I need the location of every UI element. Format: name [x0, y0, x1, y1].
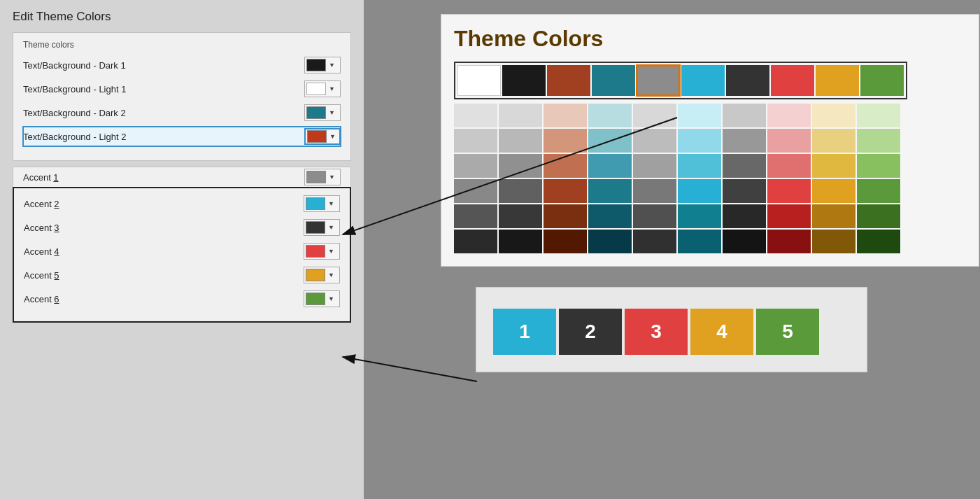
shade-5-4[interactable] [678, 204, 721, 228]
shade-5-1[interactable] [678, 129, 721, 153]
top-color-4[interactable] [637, 65, 680, 96]
accent-row-2: Accent 2 ▼ [24, 194, 340, 213]
shade-2-0[interactable] [544, 104, 587, 127]
shade-8-5[interactable] [812, 230, 855, 253]
shade-4-2[interactable] [633, 154, 676, 178]
top-color-2[interactable] [547, 65, 590, 96]
arrow-accent4: ▼ [327, 248, 336, 255]
shade-6-3[interactable] [723, 179, 766, 203]
shade-8-4[interactable] [812, 204, 855, 228]
shade-6-2[interactable] [723, 154, 766, 178]
top-color-0[interactable] [457, 65, 501, 96]
shade-7-2[interactable] [767, 154, 811, 178]
shade-0-1[interactable] [454, 129, 497, 153]
shade-0-3[interactable] [454, 179, 497, 203]
shade-2-4[interactable] [544, 204, 587, 228]
shade-8-0[interactable] [812, 104, 855, 127]
swatch-light2 [307, 130, 327, 143]
theme-row-dark1: Text/Background - Dark 1 ▼ [23, 55, 341, 75]
shade-3-2[interactable] [588, 154, 632, 178]
accent-row-4: Accent 4 ▼ [24, 241, 340, 261]
shade-6-5[interactable] [723, 230, 766, 253]
shade-2-2[interactable] [544, 154, 587, 178]
color-btn-accent2[interactable]: ▼ [304, 195, 340, 212]
color-btn-accent5[interactable]: ▼ [304, 267, 340, 283]
shade-3-5[interactable] [588, 230, 632, 253]
shade-8-2[interactable] [812, 154, 855, 178]
shade-8-3[interactable] [812, 179, 855, 203]
shade-9-1[interactable] [857, 129, 900, 153]
top-color-1[interactable] [502, 65, 546, 96]
accent-numbers-row: 1 2 3 4 5 [493, 309, 850, 355]
theme-label-light1: Text/Background - Light 1 [23, 84, 304, 94]
shade-5-0[interactable] [678, 104, 721, 127]
shade-0-0[interactable] [454, 104, 497, 127]
shade-6-1[interactable] [723, 129, 766, 153]
shade-1-4[interactable] [499, 204, 542, 228]
shade-5-3[interactable] [678, 179, 721, 203]
shade-2-1[interactable] [544, 129, 587, 153]
accent-num-1[interactable]: 1 [493, 309, 556, 355]
shade-3-3[interactable] [588, 179, 632, 203]
shade-8-1[interactable] [812, 129, 855, 153]
shade-7-3[interactable] [767, 179, 811, 203]
color-btn-accent4[interactable]: ▼ [304, 243, 340, 260]
accent-num-3[interactable]: 3 [625, 309, 688, 355]
color-btn-dark1[interactable]: ▼ [304, 57, 341, 73]
color-btn-dark2[interactable]: ▼ [304, 104, 341, 121]
shade-1-2[interactable] [499, 154, 542, 178]
top-color-5[interactable] [681, 65, 725, 96]
color-btn-accent3[interactable]: ▼ [304, 219, 340, 236]
shade-7-0[interactable] [767, 104, 811, 127]
accent-num-4[interactable]: 4 [690, 309, 753, 355]
top-color-7[interactable] [771, 65, 814, 96]
shade-9-4[interactable] [857, 204, 900, 228]
color-btn-light2[interactable]: ▼ [304, 128, 341, 145]
swatch-accent4 [306, 245, 325, 258]
shade-col-5 [678, 104, 721, 253]
color-btn-accent6[interactable]: ▼ [304, 290, 340, 307]
color-btn-accent1[interactable]: ▼ [304, 169, 341, 185]
theme-section-label: Theme colors [23, 40, 341, 50]
shade-4-3[interactable] [633, 179, 676, 203]
color-btn-light1[interactable]: ▼ [304, 80, 341, 97]
shade-5-5[interactable] [678, 230, 721, 253]
shade-7-5[interactable] [767, 230, 811, 253]
shade-col-4 [633, 104, 676, 253]
accent-box: Accent 2 ▼ Accent 3 ▼ Accent 4 ▼ Accent … [13, 187, 351, 323]
shade-9-0[interactable] [857, 104, 900, 127]
theme-row-light2: Text/Background - Light 2 ▼ [23, 127, 341, 146]
shade-9-2[interactable] [857, 154, 900, 178]
shade-7-1[interactable] [767, 129, 811, 153]
shade-2-5[interactable] [544, 230, 587, 253]
shade-0-5[interactable] [454, 230, 497, 253]
shade-9-3[interactable] [857, 179, 900, 203]
shade-4-1[interactable] [633, 129, 676, 153]
shade-0-4[interactable] [454, 204, 497, 228]
accent-num-2[interactable]: 2 [559, 309, 622, 355]
shade-1-3[interactable] [499, 179, 542, 203]
shade-4-5[interactable] [633, 230, 676, 253]
shade-7-4[interactable] [767, 204, 811, 228]
top-color-8[interactable] [816, 65, 859, 96]
shade-4-4[interactable] [633, 204, 676, 228]
shade-col-6 [723, 104, 766, 253]
top-color-9[interactable] [860, 65, 904, 96]
shade-9-5[interactable] [857, 230, 900, 253]
shade-3-4[interactable] [588, 204, 632, 228]
shade-3-1[interactable] [588, 129, 632, 153]
shade-5-2[interactable] [678, 154, 721, 178]
top-color-3[interactable] [592, 65, 635, 96]
shade-1-1[interactable] [499, 129, 542, 153]
shade-1-5[interactable] [499, 230, 542, 253]
shade-3-0[interactable] [588, 104, 632, 127]
shade-6-4[interactable] [723, 204, 766, 228]
shade-0-2[interactable] [454, 154, 497, 178]
swatch-accent6 [306, 293, 325, 305]
top-color-6[interactable] [726, 65, 769, 96]
shade-4-0[interactable] [633, 104, 676, 127]
accent-num-5[interactable]: 5 [756, 309, 819, 355]
shade-1-0[interactable] [499, 104, 542, 127]
shade-6-0[interactable] [723, 104, 766, 127]
shade-2-3[interactable] [544, 179, 587, 203]
